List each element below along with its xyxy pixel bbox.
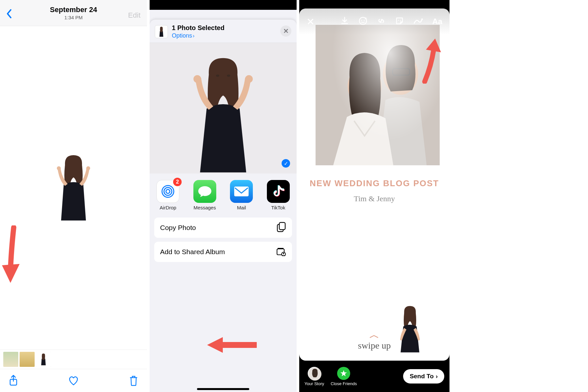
svg-point-9 <box>216 74 219 77</box>
photos-header: September 24 1:34 PM Edit <box>0 0 147 26</box>
svg-point-2 <box>86 166 90 170</box>
action-add-shared-album[interactable]: Add to Shared Album <box>154 242 292 262</box>
messages-icon <box>193 180 216 203</box>
thumbnail-strip[interactable] <box>0 350 147 369</box>
status-bar <box>299 0 449 8</box>
instagram-story-panel: ✕ Aa NEW WEDDING BLOG POST Tim & Jenny ︿… <box>299 0 449 392</box>
share-sheet-panel: 1 Photo Selected Options› ✕ ✓ <box>150 0 297 392</box>
share-icon[interactable] <box>8 375 19 386</box>
share-options-button[interactable]: Options› <box>172 32 224 39</box>
svg-point-25 <box>359 17 367 24</box>
story-sticker-gif[interactable] <box>392 304 428 354</box>
heart-icon[interactable] <box>68 375 79 386</box>
download-icon[interactable] <box>340 16 349 27</box>
header-time: 1:34 PM <box>0 15 147 20</box>
photos-toolbar <box>0 369 147 392</box>
share-preview[interactable]: ✓ <box>150 43 297 173</box>
thumbnail[interactable] <box>20 352 35 367</box>
airdrop-badge: 2 <box>173 178 182 186</box>
checkmark-icon[interactable]: ✓ <box>282 159 290 168</box>
back-chevron-icon[interactable] <box>6 8 12 21</box>
story-title: NEW WEDDING BLOG POST <box>299 178 449 188</box>
share-header: 1 Photo Selected Options› ✕ <box>150 20 297 43</box>
effects-icon[interactable] <box>358 16 368 27</box>
svg-point-11 <box>166 189 170 193</box>
story-wedding-photo[interactable] <box>316 25 440 165</box>
photos-detail-panel: September 24 1:34 PM Edit <box>0 0 147 392</box>
status-bar <box>150 0 297 10</box>
close-icon[interactable]: ✕ <box>280 25 291 37</box>
story-text-block[interactable]: NEW WEDDING BLOG POST Tim & Jenny <box>299 178 449 203</box>
photo-viewer[interactable] <box>0 26 147 350</box>
app-tiktok[interactable]: TikTok <box>266 180 291 210</box>
svg-point-7 <box>193 75 201 83</box>
svg-rect-14 <box>234 187 249 196</box>
text-icon[interactable]: Aa <box>432 17 442 26</box>
story-canvas[interactable]: ✕ Aa NEW WEDDING BLOG POST Tim & Jenny ︿… <box>299 8 449 361</box>
mail-icon <box>230 180 253 203</box>
svg-point-27 <box>364 20 365 21</box>
sticker-icon[interactable] <box>395 16 404 27</box>
annotation-arrow-left <box>204 335 257 355</box>
share-sheet: 1 Photo Selected Options› ✕ ✓ <box>150 20 297 392</box>
tiktok-icon <box>267 180 290 203</box>
chevron-right-icon: › <box>436 373 438 380</box>
chevron-up-icon: ︿ <box>358 328 391 342</box>
swipe-up-indicator[interactable]: ︿ swipe up <box>358 328 391 351</box>
share-actions: Copy Photo Add to Shared Album <box>150 215 297 262</box>
airdrop-icon: 2 <box>156 180 179 203</box>
photo-content <box>47 152 100 224</box>
draw-icon[interactable] <box>413 17 423 26</box>
edit-button[interactable]: Edit <box>128 11 140 20</box>
svg-point-12 <box>164 188 172 195</box>
svg-point-19 <box>283 253 284 254</box>
send-to-button[interactable]: Send To › <box>403 369 444 384</box>
home-indicator[interactable] <box>197 388 249 390</box>
header-date: September 24 <box>0 6 147 14</box>
svg-rect-16 <box>279 222 285 230</box>
app-airdrop[interactable]: 2 AirDrop <box>155 180 181 210</box>
svg-point-1 <box>57 166 61 170</box>
swipe-up-label: swipe up <box>358 340 391 351</box>
story-top-toolbar: ✕ Aa <box>299 8 449 35</box>
close-friends-button[interactable]: Close Friends <box>331 367 357 386</box>
svg-point-28 <box>398 20 399 21</box>
your-story-button[interactable]: Your Story <box>304 367 324 386</box>
close-icon[interactable]: ✕ <box>306 16 315 27</box>
svg-point-10 <box>227 74 230 77</box>
star-icon <box>337 367 350 380</box>
svg-point-26 <box>361 20 362 21</box>
share-apps-row[interactable]: 2 AirDrop Messages Mail <box>150 173 297 215</box>
thumbnail[interactable] <box>3 352 18 367</box>
app-messages[interactable]: Messages <box>192 180 218 210</box>
share-title: 1 Photo Selected <box>172 24 224 32</box>
share-thumbnail <box>155 25 168 38</box>
action-copy-photo[interactable]: Copy Photo <box>154 218 292 238</box>
svg-point-30 <box>421 19 423 20</box>
svg-point-29 <box>400 20 401 21</box>
app-mail[interactable]: Mail <box>229 180 254 210</box>
story-subtitle: Tim & Jenny <box>299 194 449 203</box>
copy-icon <box>276 221 286 234</box>
link-icon[interactable] <box>377 16 386 27</box>
story-bottom-bar: Your Story Close Friends Send To › <box>299 361 449 392</box>
svg-point-8 <box>245 75 253 83</box>
thumbnail-selected[interactable] <box>36 352 51 367</box>
avatar <box>308 367 321 380</box>
trash-icon[interactable] <box>128 375 139 386</box>
shared-album-icon <box>276 246 286 258</box>
